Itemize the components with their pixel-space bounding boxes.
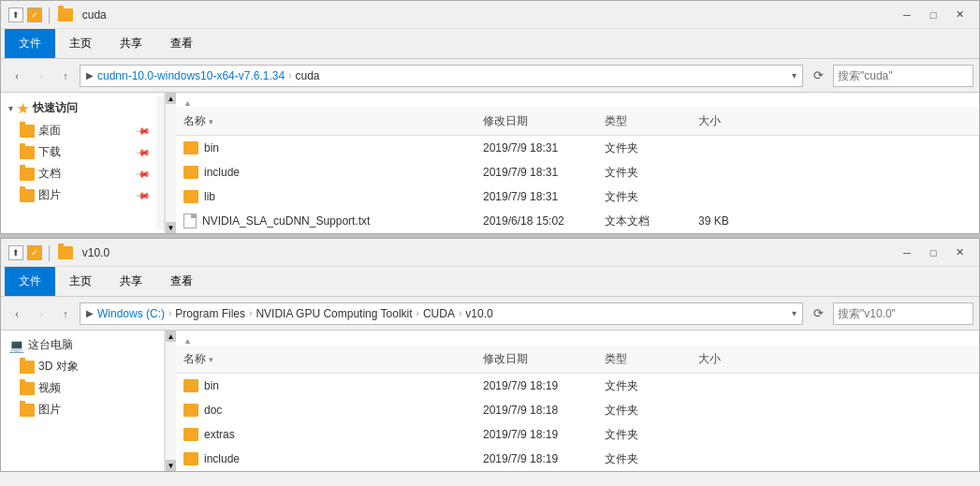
sidebar-scrollbar[interactable]: ▲ ▼ bbox=[165, 93, 176, 233]
titlebar-cuda: ⬆ ✓ │ cuda ─ □ ✕ bbox=[1, 1, 979, 29]
checkmark-icon[interactable]: ✓ bbox=[27, 7, 42, 22]
sidebar-cuda: ▾ ★ 快速访问 桌面 📌 下载 📌 文档 📌 图片 bbox=[1, 93, 165, 233]
file-date-include: 2019/7/9 18:31 bbox=[475, 166, 597, 179]
file-row-include-v10[interactable]: include 2019/7/9 18:19 文件夹 bbox=[176, 447, 979, 471]
folder-icon-pics bbox=[20, 189, 35, 202]
back-button[interactable]: ‹ bbox=[7, 66, 27, 86]
path-seg-1[interactable]: cudnn-10.0-windows10-x64-v7.6.1.34 bbox=[97, 69, 285, 82]
col-name-header-v10[interactable]: 名称 ▾ bbox=[176, 349, 475, 369]
file-date-bin: 2019/7/9 18:31 bbox=[475, 141, 597, 155]
sidebar-item-video[interactable]: 视频 bbox=[1, 377, 164, 399]
col-type-header[interactable]: 类型 bbox=[597, 111, 691, 131]
sidebar-item-downloads[interactable]: 下载 📌 bbox=[1, 141, 156, 163]
col-size-header-v10[interactable]: 大小 bbox=[691, 349, 766, 369]
path-seg-cuda[interactable]: CUDA bbox=[423, 307, 455, 320]
folder-icon-extras-v10 bbox=[183, 428, 198, 441]
tab-file[interactable]: 文件 bbox=[5, 29, 55, 58]
maximize-button[interactable]: □ bbox=[921, 6, 945, 24]
close-button[interactable]: ✕ bbox=[947, 6, 972, 24]
file-row-include[interactable]: include 2019/7/9 18:31 文件夹 bbox=[176, 160, 979, 184]
titlebar-left-v10: ⬆ ✓ │ bbox=[8, 245, 73, 260]
tab-share[interactable]: 共享 bbox=[106, 29, 156, 58]
window-controls: ─ □ ✕ bbox=[895, 6, 972, 24]
tab-file-v10[interactable]: 文件 bbox=[5, 267, 55, 296]
sidebar-label-pics: 图片 bbox=[38, 187, 61, 203]
scroll-up-v10[interactable]: ▲ bbox=[166, 331, 177, 342]
scroll-down[interactable]: ▼ bbox=[166, 222, 177, 233]
col-date-header-v10[interactable]: 修改日期 bbox=[475, 349, 597, 369]
quick-access-icon[interactable]: ⬆ bbox=[8, 7, 23, 22]
sidebar-label-desktop: 桌面 bbox=[38, 123, 61, 139]
sidebar-item-3d[interactable]: 3D 对象 bbox=[1, 356, 164, 377]
file-name-extras-v10: extras bbox=[204, 428, 235, 441]
folder-icon-lib bbox=[183, 190, 198, 203]
file-type-doc-v10: 文件夹 bbox=[597, 403, 691, 419]
address-path-v10[interactable]: ▶ Windows (C:) › Program Files › NVIDIA … bbox=[80, 302, 803, 325]
minimize-button-v10[interactable]: ─ bbox=[895, 243, 919, 262]
tab-home-v10[interactable]: 主页 bbox=[55, 267, 106, 296]
tab-view[interactable]: 查看 bbox=[156, 29, 207, 58]
refresh-button[interactable]: ⟳ bbox=[807, 65, 829, 87]
address-bar-v10: ‹ › ↑ ▶ Windows (C:) › Program Files › N… bbox=[1, 297, 979, 331]
search-box-v10[interactable]: 🔍 bbox=[833, 302, 973, 325]
minimize-button[interactable]: ─ bbox=[895, 6, 919, 24]
file-date-lib: 2019/7/9 18:31 bbox=[475, 190, 597, 203]
up-button[interactable]: ↑ bbox=[55, 66, 76, 86]
sidebar-item-thispc[interactable]: 💻 这台电脑 bbox=[1, 334, 164, 356]
folder-icon-bin bbox=[183, 141, 198, 155]
checkmark-icon-v10[interactable]: ✓ bbox=[27, 245, 42, 260]
ribbon-cuda: 文件 主页 共享 查看 bbox=[1, 29, 979, 59]
file-date-bin-v10: 2019/7/9 18:19 bbox=[475, 379, 597, 392]
scroll-up[interactable]: ▲ bbox=[166, 93, 177, 104]
folder-icon-desktop bbox=[20, 125, 35, 138]
file-row-doc-v10[interactable]: doc 2019/7/9 18:18 文件夹 bbox=[176, 398, 979, 422]
search-box-cuda[interactable]: 🔍 bbox=[833, 65, 973, 87]
path-seg-2[interactable]: cuda bbox=[295, 69, 319, 82]
separator-icon-v10: │ bbox=[46, 245, 54, 260]
up-button-v10[interactable]: ↑ bbox=[55, 303, 76, 324]
tab-view-v10[interactable]: 查看 bbox=[156, 267, 207, 296]
col-type-header-v10[interactable]: 类型 bbox=[597, 349, 691, 369]
maximize-button-v10[interactable]: □ bbox=[921, 243, 945, 262]
refresh-button-v10[interactable]: ⟳ bbox=[807, 302, 829, 325]
search-input-v10[interactable] bbox=[838, 307, 978, 320]
file-name-include-v10: include bbox=[204, 452, 240, 465]
close-button-v10[interactable]: ✕ bbox=[947, 243, 972, 262]
sidebar-item-pics[interactable]: 图片 📌 bbox=[1, 184, 156, 206]
file-row-bin[interactable]: bin 2019/7/9 18:31 文件夹 bbox=[176, 136, 979, 160]
tab-share-v10[interactable]: 共享 bbox=[106, 267, 156, 296]
path-dropdown-v10[interactable]: ▾ bbox=[792, 308, 797, 318]
sidebar-scrollbar-v10[interactable]: ▲ ▼ bbox=[165, 331, 176, 471]
path-seg-win[interactable]: Windows (C:) bbox=[97, 307, 165, 320]
window-title: cuda bbox=[82, 8, 889, 22]
pin-icon-pics: 📌 bbox=[136, 187, 151, 202]
back-button-v10[interactable]: ‹ bbox=[7, 303, 27, 324]
col-date-header[interactable]: 修改日期 bbox=[475, 111, 597, 131]
sidebar-item-pics2[interactable]: 图片 bbox=[1, 399, 164, 420]
search-input[interactable] bbox=[838, 69, 978, 82]
path-seg-nvidia[interactable]: NVIDIA GPU Computing Toolkit bbox=[256, 307, 412, 320]
tab-home[interactable]: 主页 bbox=[55, 29, 106, 58]
quick-access-icon-v10[interactable]: ⬆ bbox=[8, 245, 23, 260]
file-row-extras-v10[interactable]: extras 2019/7/9 18:19 文件夹 bbox=[176, 422, 979, 447]
file-row-txt[interactable]: NVIDIA_SLA_cuDNN_Support.txt 2019/6/18 1… bbox=[176, 209, 979, 233]
file-row-bin-v10[interactable]: bin 2019/7/9 18:19 文件夹 bbox=[176, 374, 979, 398]
file-row-lib[interactable]: lib 2019/7/9 18:31 文件夹 bbox=[176, 184, 979, 209]
sidebar-item-docs[interactable]: 文档 📌 bbox=[1, 163, 156, 184]
path-dropdown[interactable]: ▾ bbox=[792, 70, 797, 81]
folder-icon-pics2 bbox=[20, 404, 35, 417]
path-seg-v10[interactable]: v10.0 bbox=[465, 307, 492, 320]
sidebar-item-desktop[interactable]: 桌面 📌 bbox=[1, 120, 156, 141]
sidebar-quick-access[interactable]: ▾ ★ 快速访问 bbox=[1, 96, 156, 120]
address-path[interactable]: ▶ cudnn-10.0-windows10-x64-v7.6.1.34 › c… bbox=[80, 65, 803, 87]
address-bar-cuda: ‹ › ↑ ▶ cudnn-10.0-windows10-x64-v7.6.1.… bbox=[1, 59, 979, 93]
pin-icon-desktop: 📌 bbox=[136, 123, 151, 138]
forward-button-v10[interactable]: › bbox=[31, 303, 51, 324]
col-size-header[interactable]: 大小 bbox=[691, 111, 766, 131]
folder-icon-bin-v10 bbox=[183, 379, 198, 392]
path-seg-pf[interactable]: Program Files bbox=[175, 307, 245, 320]
forward-button[interactable]: › bbox=[31, 66, 51, 86]
scroll-down-v10[interactable]: ▼ bbox=[166, 460, 177, 471]
file-date-txt: 2019/6/18 15:02 bbox=[475, 214, 597, 228]
col-name-header[interactable]: 名称 ▾ bbox=[176, 111, 475, 131]
